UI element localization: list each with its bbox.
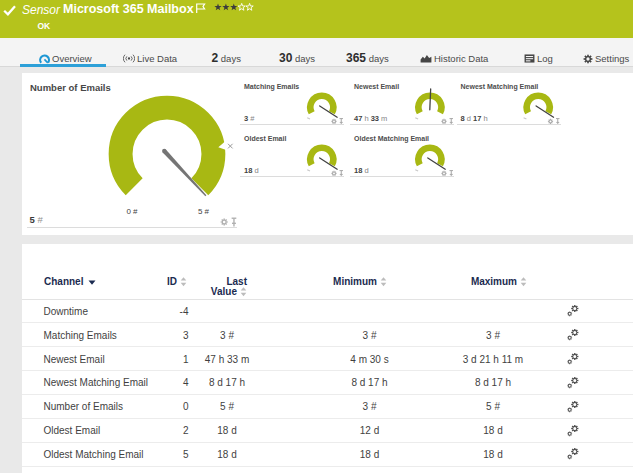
svg-text:0 #: 0 # bbox=[126, 207, 138, 216]
svg-text:5 #: 5 # bbox=[198, 207, 210, 216]
